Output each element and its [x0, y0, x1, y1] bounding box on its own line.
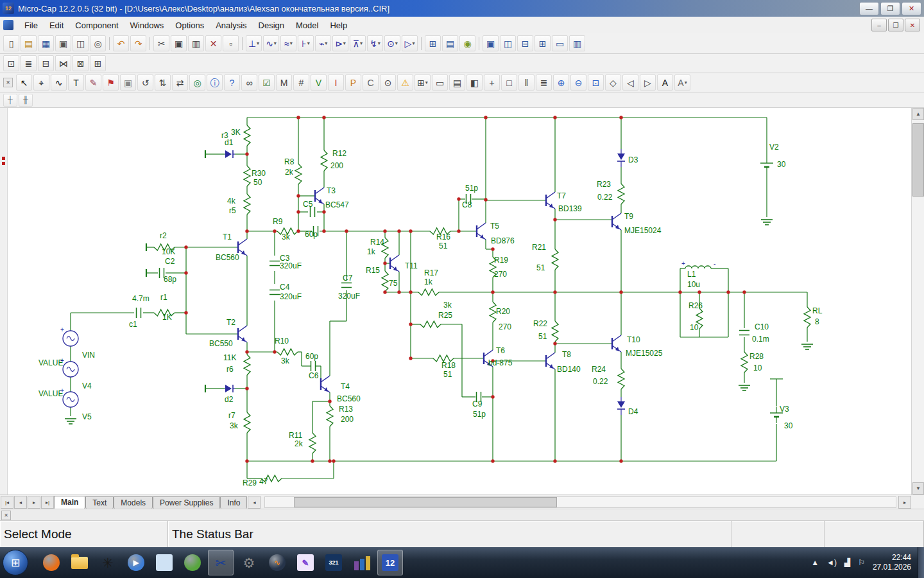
tab-models[interactable]: Models	[114, 496, 153, 509]
region-mode-button[interactable]: ⊞	[90, 55, 106, 71]
select-all-button[interactable]: ▫	[223, 35, 239, 51]
info-mode-button[interactable]: ⓘ	[207, 74, 223, 91]
prev-page-button[interactable]: ◂	[14, 496, 27, 509]
flip-vertical-button[interactable]: ⇅	[155, 74, 171, 91]
shape-editor-button[interactable]: ≣	[21, 55, 37, 71]
capacitor-part-button[interactable]: ⊦▾	[298, 35, 314, 51]
previous-view-button[interactable]: ◁	[622, 74, 638, 91]
menu-options[interactable]: Options	[169, 18, 210, 33]
menu-help[interactable]: Help	[324, 18, 353, 33]
chevron-down-icon[interactable]: ▾	[412, 40, 415, 46]
bw-toggle-button[interactable]: ◧	[466, 74, 483, 91]
chevron-down-icon[interactable]: ▾	[257, 40, 259, 46]
menu-component[interactable]: Component	[69, 18, 124, 33]
macro-mode-button[interactable]: ⊠	[73, 55, 89, 71]
chevron-down-icon[interactable]: ▾	[425, 80, 428, 85]
pulse-source-part-button[interactable]: ↯▾	[367, 35, 383, 51]
crosshair-cursor-button[interactable]: +	[484, 74, 500, 91]
zoom-in-button[interactable]: ⊕	[553, 74, 569, 91]
menu-design[interactable]: Design	[253, 18, 290, 33]
opamp-part-button[interactable]: ▷▾	[402, 35, 418, 51]
print-preview-button[interactable]: ◫	[73, 35, 89, 51]
taskbar-nvidia-settings-icon[interactable]	[180, 550, 205, 575]
stepping-button[interactable]: ▤	[442, 35, 458, 51]
model-view-button[interactable]: M	[276, 74, 292, 91]
chevron-down-icon[interactable]: ▾	[378, 40, 381, 46]
tab-overflow-button[interactable]: ◂	[248, 496, 261, 509]
save-file-button[interactable]: ▦	[38, 35, 54, 51]
print-button[interactable]: ▣	[55, 35, 71, 51]
condition-display-button[interactable]: C	[363, 74, 379, 91]
point-to-point-button[interactable]: ∞	[241, 74, 257, 91]
picture-mode-button[interactable]: ▣	[120, 74, 136, 91]
redo-button[interactable]: ↷	[130, 35, 146, 51]
vertical-scroll-thumb[interactable]	[912, 123, 924, 197]
menu-file[interactable]: File	[19, 18, 44, 33]
current-display-button[interactable]: I	[328, 74, 344, 91]
vertical-scrollbar[interactable]: ▲ ▼	[911, 108, 924, 495]
tray-hidden-icons-icon[interactable]: ▲	[811, 558, 819, 567]
font-button[interactable]: A	[657, 74, 673, 91]
horizontal-scroll-thumb[interactable]	[294, 497, 557, 507]
taskbar-media-info-icon[interactable]: ✎	[293, 550, 318, 575]
component-list-button[interactable]: ⊡	[3, 55, 19, 71]
menu-edit[interactable]: Edit	[44, 18, 69, 33]
taskbar-utility-tool-icon[interactable]: ⚙	[236, 550, 262, 575]
taskbar-audacity-icon[interactable]: ∿	[264, 550, 290, 575]
taskbar-firefox-icon[interactable]	[38, 550, 64, 575]
node-voltages-button[interactable]: V	[311, 74, 327, 91]
power-display-button[interactable]: P	[345, 74, 361, 91]
zoom-area-button[interactable]: ⊡	[588, 74, 604, 91]
align-tool-button[interactable]: ≣	[536, 74, 552, 91]
menu-windows[interactable]: Windows	[124, 18, 170, 33]
split-window-button[interactable]: ⊞	[535, 35, 551, 51]
tile-horizontal-button[interactable]: ⊟	[517, 35, 533, 51]
scroll-up-button[interactable]: ▲	[912, 108, 924, 120]
schematic-canvas[interactable]: r33Kd1R30504kr5R82kR12200T3BC547C5R93k60…	[0, 109, 924, 495]
taskbar-winrar-icon[interactable]	[349, 550, 375, 575]
find-component-button[interactable]: ◎	[189, 74, 205, 91]
mdi-restore-button[interactable]: ❐	[888, 19, 903, 31]
undo-button[interactable]: ↶	[113, 35, 129, 51]
stepping-mode-button[interactable]: ⋈	[55, 55, 71, 71]
toolbar-close-icon[interactable]: ✕	[3, 78, 13, 87]
design-warning-button[interactable]: ⚠	[397, 74, 413, 91]
chevron-down-icon[interactable]: ▾	[343, 40, 346, 46]
sine-source-part-button[interactable]: ∿▾	[263, 35, 279, 51]
chevron-down-icon[interactable]: ▾	[274, 40, 277, 46]
mdi-close-button[interactable]: ✕	[905, 19, 920, 31]
analysis-limits-button[interactable]: ⊞	[425, 35, 441, 51]
component-mode-button[interactable]: ⌖	[33, 74, 49, 91]
mdi-minimize-button[interactable]: –	[871, 19, 887, 31]
graphics-mode-button[interactable]: ✎	[85, 74, 101, 91]
taskbar-sticky-notes-icon[interactable]	[151, 550, 177, 575]
delete-button[interactable]: ✕	[205, 35, 221, 51]
resistor-part-button[interactable]: ⌁▾	[315, 35, 331, 51]
node-numbers-button[interactable]: #	[293, 74, 309, 91]
minimize-button[interactable]: —	[859, 2, 879, 15]
next-view-button[interactable]: ▷	[640, 74, 656, 91]
paste-button[interactable]: ▥	[188, 35, 204, 51]
chevron-down-icon[interactable]: ▾	[685, 80, 687, 85]
taskbar-media-player-icon[interactable]: ▶	[123, 550, 149, 575]
chevron-down-icon[interactable]: ▾	[395, 40, 398, 46]
wave-source-part-button[interactable]: ≈▾	[280, 35, 296, 51]
chevron-down-icon[interactable]: ▾	[325, 40, 327, 46]
taskbar-mpc-321-icon[interactable]: 321	[321, 550, 346, 575]
align-vertical-button[interactable]: ╫	[19, 94, 33, 107]
zoom-out-button[interactable]: ⊖	[570, 74, 586, 91]
taskbar-clock[interactable]: 22:44 27.01.2026	[873, 553, 911, 572]
find-button[interactable]: ◎	[90, 35, 106, 51]
chevron-down-icon[interactable]: ▾	[290, 40, 293, 46]
tray-action-center-icon[interactable]: ⚐	[858, 558, 865, 567]
scroll-down-button[interactable]: ▼	[912, 482, 924, 495]
tray-volume-icon[interactable]: ◄)	[826, 558, 837, 567]
grid-toggle-button[interactable]: ⊞▾	[415, 74, 431, 91]
align-horizontal-button[interactable]: ┼	[3, 94, 17, 107]
region-enable-button[interactable]: ☑	[259, 74, 275, 91]
flip-horizontal-button[interactable]: ⇄	[172, 74, 188, 91]
tile-vertical-button[interactable]: ◫	[500, 35, 516, 51]
box-tool-button[interactable]: □	[501, 74, 517, 91]
show-desktop-button[interactable]	[918, 547, 924, 578]
cascade-windows-button[interactable]: ▣	[483, 35, 499, 51]
